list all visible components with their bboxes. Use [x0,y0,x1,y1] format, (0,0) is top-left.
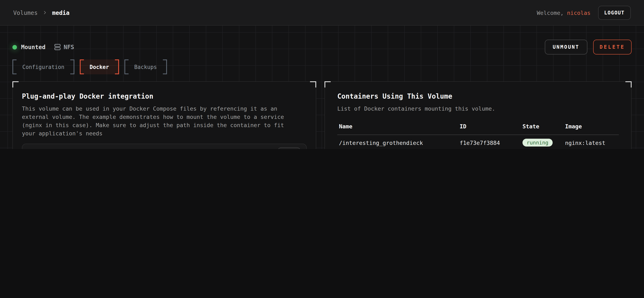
docker-integration-panel: Plug-and-play Docker integration This vo… [12,81,316,149]
col-header-image: Image [565,123,617,130]
tab-backups[interactable]: Backups [124,59,167,74]
mounted-status-dot-icon [12,45,17,49]
breadcrumb-chevron-icon [42,10,47,15]
compose-copy-button[interactable]: Copy [278,147,300,149]
container-image: nginx:latest [565,139,617,146]
containers-table: Name ID State Image /interesting_grothen… [337,123,619,149]
logout-button[interactable]: LOGOUT [598,5,631,20]
breadcrumb-volumes-link[interactable]: Volumes [13,9,38,16]
corner-bracket-icon [12,81,18,88]
containers-panel: Containers Using This Volume List of Doc… [324,81,632,149]
corner-bracket-icon [324,81,331,88]
unmount-button[interactable]: UNMOUNT [545,40,587,54]
table-row: /interesting_grothendieck f1e73e7f3884 r… [337,135,619,149]
panels: Plug-and-play Docker integration This vo… [12,81,632,149]
username: nicolas [567,9,590,16]
col-header-state: State [522,123,565,130]
docker-panel-description: This volume can be used in your Docker C… [22,104,296,138]
compose-code-block: docker-compose.yml Copy services: nginx:… [22,144,307,149]
containers-panel-subtitle: List of Docker containers mounting this … [337,104,611,113]
mount-status-label: Mounted [21,44,46,50]
corner-bracket-icon [626,81,632,88]
volume-detail-page: Volumes media Welcome, nicolas LOGOUT Mo… [0,0,644,149]
container-id: f1e73e7f3884 [460,139,522,146]
tab-bar: Configuration Docker Backups [12,59,632,74]
containers-table-header: Name ID State Image [337,123,619,135]
breadcrumb: Volumes media [13,9,70,16]
fs-type-label: NFS [64,44,74,50]
tab-configuration[interactable]: Configuration [12,59,74,74]
volume-actions: UNMOUNT DELETE [545,40,632,54]
welcome-prefix: Welcome, [537,9,564,16]
topbar-right: Welcome, nicolas LOGOUT [537,5,631,20]
container-name: /interesting_grothendieck [339,139,460,146]
col-header-id: ID [460,123,522,130]
corner-bracket-icon [310,81,316,88]
tab-docker[interactable]: Docker [80,59,119,74]
delete-button[interactable]: DELETE [593,40,632,54]
container-state-badge: running [522,139,552,147]
status-row: Mounted NFS UNMOUNT DELETE [12,39,632,55]
col-header-name: Name [339,123,460,130]
topbar: Volumes media Welcome, nicolas LOGOUT [0,0,644,26]
welcome-text: Welcome, nicolas [537,9,590,16]
containers-panel-title: Containers Using This Volume [337,92,619,100]
breadcrumb-current: media [52,9,70,16]
filesystem-type: NFS [54,44,74,50]
docker-panel-title: Plug-and-play Docker integration [22,92,307,100]
main-content: Mounted NFS UNMOUNT DELETE Configuratio [0,39,644,149]
compose-code-block-header: docker-compose.yml Copy [22,144,306,149]
server-icon [54,44,61,50]
